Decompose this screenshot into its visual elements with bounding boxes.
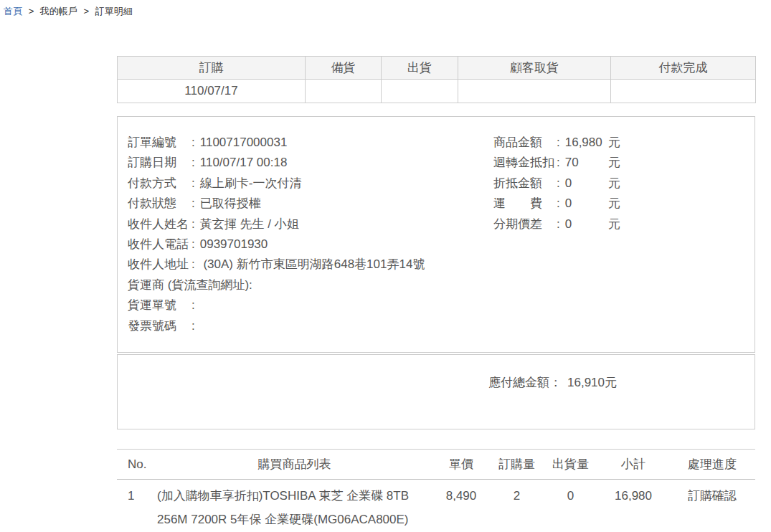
field-label: 訂單編號 — [128, 133, 191, 153]
field-value: 0 — [565, 174, 608, 194]
order-info-row: 貨運單號: — [128, 295, 755, 315]
items-header-row: No. 購買商品列表 單價 訂購量 出貨量 小計 處理進度 — [117, 450, 755, 480]
items-header-unit-price: 單價 — [432, 450, 490, 480]
field-value: 已取得授權 — [200, 196, 261, 210]
items-header-subtotal: 小計 — [597, 450, 669, 480]
field-label: 訂購日期 — [128, 153, 191, 173]
status-header-paid: 付款完成 — [611, 57, 756, 80]
colon: : — [557, 196, 560, 210]
items-header-name: 購買商品列表 — [156, 450, 432, 480]
colon: : — [191, 298, 195, 312]
order-info-row: 收件人地址: (30A) 新竹市東區明湖路648巷101弄14號 — [128, 255, 755, 275]
order-info-row: 付款狀態:已取得授權 — [128, 194, 755, 214]
order-info-row: 付款方式:線上刷卡-一次付清 — [128, 174, 755, 194]
field-value: 1100717000031 — [200, 136, 288, 149]
field-label: 收件人地址 — [128, 255, 191, 275]
field-value: 線上刷卡-一次付清 — [200, 176, 302, 190]
order-info-row: 發票號碼: — [128, 316, 755, 336]
item-no: 1 — [117, 480, 156, 532]
order-info-row: 收件人姓名:黃玄揮 先生 / 小姐 — [128, 214, 755, 234]
colon: : — [191, 319, 195, 333]
items-header-no: No. — [117, 450, 156, 480]
breadcrumb-item-order-detail: 訂單明細 — [95, 6, 133, 16]
status-header-pickup: 顧客取貨 — [458, 57, 611, 80]
total-label: 應付總金額： — [488, 376, 562, 389]
colon: : — [191, 136, 195, 149]
order-detail-page: 訂購 備貨 出貨 顧客取貨 付款完成 110/07/17 訂單編號:110071… — [117, 56, 755, 532]
field-label: 貨運單號 — [128, 295, 191, 315]
currency-unit-label: 元 — [608, 136, 620, 149]
field-value: 0 — [565, 214, 608, 234]
field-value: 70 — [565, 153, 608, 173]
status-value-preparing — [306, 80, 382, 103]
order-info-row: 迴轉金抵扣:70元 — [493, 153, 620, 173]
field-label: 折抵金額 — [493, 174, 557, 194]
colon: : — [557, 217, 560, 231]
status-value-pickup — [458, 80, 611, 103]
field-value: 0 — [565, 194, 608, 214]
field-label: 貨運商 (貨流查詢網址) — [128, 275, 249, 295]
field-label: 收件人電話 — [128, 234, 191, 255]
field-label: 付款方式 — [128, 174, 191, 194]
currency-unit-label: 元 — [608, 217, 620, 231]
status-value-row: 110/07/17 — [118, 80, 756, 103]
field-label: 分期價差 — [493, 214, 557, 234]
status-header-ordered: 訂購 — [118, 57, 306, 80]
field-value: 黃玄揮 先生 / 小姐 — [200, 217, 299, 231]
currency-unit-label: 元 — [608, 176, 620, 190]
field-value: 0939701930 — [200, 237, 268, 251]
colon: : — [191, 156, 195, 169]
item-status: 訂購確認 — [669, 480, 755, 532]
order-info-row: 貨運商 (貨流查詢網址): — [128, 275, 755, 295]
field-label: 付款狀態 — [128, 194, 191, 214]
colon: : — [191, 217, 195, 231]
order-info-row: 商品金額:16,980元 — [493, 133, 620, 153]
items-header-status: 處理進度 — [669, 450, 755, 480]
breadcrumb-item-my-account[interactable]: 我的帳戶 — [40, 6, 77, 16]
colon: : — [557, 136, 560, 149]
status-header-shipped: 出貨 — [382, 57, 458, 80]
item-unit-price: 8,490 — [432, 480, 490, 532]
colon: : — [557, 176, 560, 190]
items-body: 1(加入購物車享折扣)TOSHIBA 東芝 企業碟 8TB 256M 7200R… — [117, 480, 755, 532]
order-info-row: 分期價差:0元 — [493, 214, 620, 234]
currency-unit-label: 元 — [608, 196, 620, 210]
items-table: No. 購買商品列表 單價 訂購量 出貨量 小計 處理進度 1(加入購物車享折扣… — [117, 449, 755, 532]
total-box: 應付總金額：16,910元 — [117, 354, 755, 429]
field-label: 發票號碼 — [128, 316, 191, 336]
order-info-left: 訂單編號:1100717000031訂購日期:110/07/17 00:18付款… — [128, 133, 755, 336]
item-shipped: 0 — [544, 480, 597, 532]
items-header-shipped: 出貨量 — [544, 450, 597, 480]
item-name: (加入購物車享折扣)TOSHIBA 東芝 企業碟 8TB 256M 7200R … — [156, 480, 432, 532]
field-value: 16,980 — [565, 133, 608, 153]
order-info-box: 訂單編號:1100717000031訂購日期:110/07/17 00:18付款… — [117, 116, 755, 353]
item-row: 1(加入購物車享折扣)TOSHIBA 東芝 企業碟 8TB 256M 7200R… — [117, 480, 755, 532]
field-label: 商品金額 — [493, 133, 557, 153]
order-info-row: 訂購日期:110/07/17 00:18 — [128, 153, 755, 173]
order-info-row: 折抵金額:0元 — [493, 174, 620, 194]
colon: : — [191, 176, 195, 190]
colon: : — [557, 156, 560, 169]
order-info-row: 運 費:0元 — [493, 194, 620, 214]
items-header-qty: 訂購量 — [490, 450, 544, 480]
status-table: 訂購 備貨 出貨 顧客取貨 付款完成 110/07/17 — [117, 56, 756, 103]
item-subtotal: 16,980 — [597, 480, 669, 532]
breadcrumb: 首頁 > 我的帳戶 > 訂單明細 — [4, 5, 133, 18]
field-value: (30A) 新竹市東區明湖路648巷101弄14號 — [200, 257, 425, 271]
colon: : — [191, 237, 195, 251]
item-qty: 2 — [490, 480, 544, 532]
total-value: 16,910元 — [567, 376, 617, 389]
colon: : — [191, 196, 195, 210]
field-label: 運 費 — [493, 194, 557, 214]
status-value-ordered: 110/07/17 — [118, 80, 306, 103]
status-header-preparing: 備貨 — [306, 57, 382, 80]
colon: : — [249, 278, 252, 292]
field-label: 迴轉金抵扣 — [493, 153, 557, 173]
order-info-row: 收件人電話:0939701930 — [128, 234, 755, 255]
field-label: 收件人姓名 — [128, 214, 191, 234]
currency-unit-label: 元 — [608, 156, 620, 169]
colon: : — [191, 257, 195, 271]
field-value: 110/07/17 00:18 — [200, 156, 288, 169]
breadcrumb-item-home[interactable]: 首頁 — [4, 6, 22, 16]
order-info-right: 商品金額:16,980元迴轉金抵扣:70元折抵金額:0元運 費:0元分期價差:0… — [493, 133, 620, 234]
